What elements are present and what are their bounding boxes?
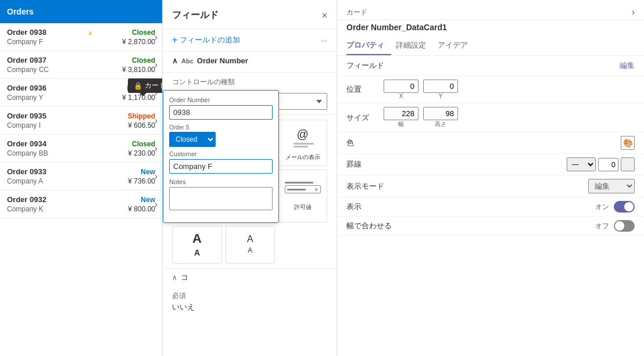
- order-item-0934[interactable]: Order 0934 Closed Company BB ¥ 230.00 ›: [0, 135, 162, 163]
- chevron-icon-0933: ›: [155, 171, 158, 182]
- tab-properties[interactable]: プロパティ: [346, 37, 391, 55]
- properties-chevron-icon[interactable]: ›: [632, 7, 635, 17]
- notes-field-label: Notes: [169, 178, 273, 185]
- section2-label: コ: [181, 272, 188, 283]
- required-label: 必須: [172, 291, 327, 301]
- required-section: 必須 いいえ: [163, 286, 337, 317]
- properties-card-name: Order Number_DataCard1: [337, 20, 644, 37]
- color-picker-icon: 🎨: [623, 138, 633, 148]
- position-y-input[interactable]: [423, 80, 458, 93]
- close-button[interactable]: ×: [322, 10, 327, 21]
- tab-details[interactable]: 詳細設定: [396, 37, 433, 55]
- section-header: ∧ Abc Order Number: [172, 56, 327, 65]
- email-display-icon: @: [282, 124, 323, 152]
- order-status-0937: Closed: [132, 56, 155, 64]
- chevron-icon-0935: ›: [155, 116, 158, 126]
- order-list-header: Orders: [0, 0, 162, 23]
- border-width-input[interactable]: [598, 158, 618, 171]
- control-card-email-display[interactable]: @ メールの表示: [278, 120, 328, 166]
- border-style-select[interactable]: — ---: [567, 157, 596, 171]
- order-amount-0938: ¥ 2,870.00: [122, 38, 155, 46]
- border-color-swatch[interactable]: [621, 157, 635, 171]
- display-mode-label: 表示モード: [346, 181, 384, 192]
- order-item-0935[interactable]: Order 0935 Shipped Company I ¥ 606.50 ›: [0, 107, 162, 135]
- color-row: 色 🎨: [337, 132, 644, 154]
- control-card-allowed-values[interactable]: ∨ 許可値: [278, 170, 328, 222]
- customer-input[interactable]: [169, 159, 273, 174]
- fit-width-label: 幅で合わせる: [346, 221, 392, 231]
- allowed-values-icon: ∨: [282, 174, 323, 202]
- chevron-icon-0932: ›: [155, 199, 158, 210]
- collapse-icon-2[interactable]: ∧: [172, 274, 177, 282]
- collapse-icon[interactable]: ∧: [172, 56, 178, 65]
- add-field-label: フィールドの追加: [180, 35, 240, 45]
- order-number-field-label: Order Number: [169, 96, 273, 103]
- order-amount-0935: ¥ 606.50: [128, 121, 155, 130]
- order-status-select[interactable]: Closed: [169, 132, 216, 147]
- visible-row: 表示 オン: [337, 197, 644, 217]
- order-status-0935: Shipped: [128, 112, 155, 120]
- order-number-input[interactable]: [169, 105, 273, 120]
- order-item-0932[interactable]: Order 0932 New Company K ¥ 800.00 ›: [0, 190, 162, 218]
- customer-field-label: Customer: [169, 150, 273, 157]
- order-status-0938: Closed: [132, 28, 155, 37]
- order-company-0935: Company I: [7, 121, 41, 130]
- display-mode-row: 表示モード 編集 表示: [337, 175, 644, 197]
- order-company-0936: Company Y: [7, 94, 43, 102]
- order-number-field: Order Number: [169, 96, 273, 120]
- position-y-group: Y: [423, 80, 458, 99]
- fit-width-toggle[interactable]: [614, 220, 635, 232]
- size-width-group: 幅: [384, 107, 418, 128]
- order-amount-0937: ¥ 3,810.00: [122, 66, 155, 74]
- warning-icon-0938: ▲: [87, 28, 94, 37]
- size-label: サイズ: [346, 113, 381, 123]
- field-label: フィールド: [346, 60, 384, 71]
- edit-link[interactable]: 編集: [620, 60, 635, 71]
- order-status-0934: Closed: [132, 140, 155, 148]
- order-item-0937[interactable]: Order 0937 Closed Company CC ¥ 3,810.00 …: [0, 51, 162, 79]
- size-height-input[interactable]: [423, 107, 458, 120]
- size-width-input[interactable]: [384, 107, 418, 120]
- plus-icon: +: [172, 35, 177, 45]
- size-row: サイズ 幅 高さ: [337, 103, 644, 132]
- more-options-icon[interactable]: ···: [321, 36, 327, 45]
- border-row: 罫線 — ---: [337, 154, 644, 175]
- lock-icon: 🔒: [134, 82, 142, 90]
- order-item-0938[interactable]: Order 0938 ▲ Closed Company F ¥ 2,870.00…: [0, 23, 162, 51]
- control-card-font-small[interactable]: AA: [226, 226, 275, 264]
- visible-toggle[interactable]: [614, 201, 635, 213]
- position-x-input[interactable]: [384, 80, 418, 93]
- order-status-label-card: Order S: [169, 124, 273, 131]
- order-status-0932: New: [141, 196, 155, 204]
- order-status-0933: New: [141, 168, 155, 176]
- properties-panel: カード › Order Number_DataCard1 プロパティ 詳細設定 …: [337, 0, 644, 356]
- color-label: 色: [346, 138, 354, 148]
- toggle-knob-visible: [624, 202, 634, 211]
- position-x-group: X: [384, 80, 418, 99]
- properties-title: カード: [346, 8, 367, 17]
- border-controls: — ---: [567, 157, 635, 171]
- order-number-0938: Order 0938: [7, 28, 46, 37]
- height-label: 高さ: [435, 120, 446, 128]
- expanded-card-form: Order Number Order S Closed Customer Not…: [163, 90, 279, 223]
- at-icon: @: [297, 128, 309, 141]
- control-card-font-large[interactable]: AA: [172, 226, 222, 264]
- section2-row: ∧ コ: [163, 268, 337, 286]
- color-swatch[interactable]: 🎨: [621, 136, 635, 150]
- tab-ideas[interactable]: アイデア: [438, 37, 475, 55]
- required-value: いいえ: [172, 302, 327, 312]
- border-label: 罫線: [346, 159, 362, 170]
- aa-large-icon: A: [192, 231, 202, 246]
- display-mode-select[interactable]: 編集 表示: [588, 179, 635, 193]
- add-field-button[interactable]: + フィールドの追加 ···: [163, 29, 337, 52]
- visible-toggle-label: オン: [595, 202, 609, 212]
- notes-textarea[interactable]: [169, 187, 273, 210]
- order-list-panel: Orders Order 0938 ▲ Closed Company F ¥ 2…: [0, 0, 163, 356]
- section-label: Order Number: [197, 56, 248, 65]
- order-number-0934: Order 0934: [7, 139, 46, 148]
- order-company-0934: Company BB: [7, 149, 48, 157]
- order-item-0933[interactable]: Order 0933 New Company A ¥ 736.00 ›: [0, 163, 162, 190]
- toggle-knob-fit: [615, 221, 624, 231]
- position-label: 位置: [346, 84, 381, 95]
- tooltip-text: カード : Order Number: [145, 81, 163, 91]
